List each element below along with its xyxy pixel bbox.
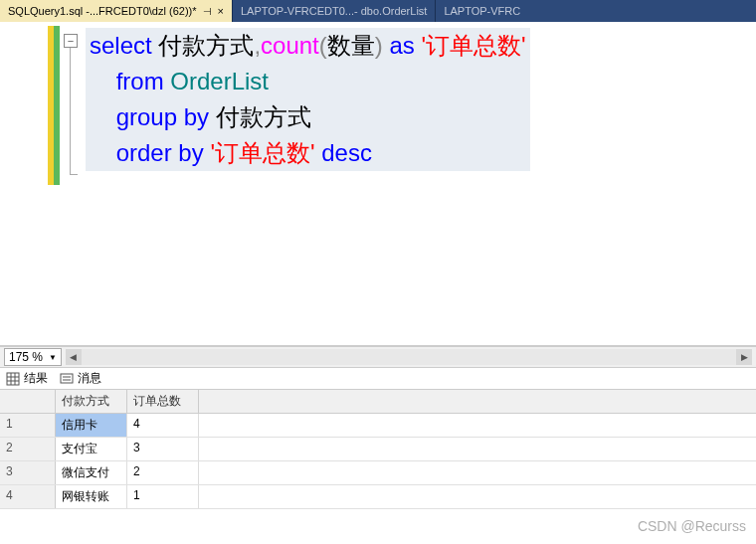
minus-icon: − [68, 35, 74, 47]
code-editor[interactable]: − select 付款方式,count(数量) as '订单总数' from O… [0, 22, 756, 346]
results-tab-bar: 结果 消息 [0, 368, 756, 390]
change-marker-green [54, 26, 60, 185]
tab-label: SQLQuery1.sql -...FRCEDT0\dzl (62))* [8, 5, 197, 17]
tab-label: LAPTOP-VFRCEDT0...- dbo.OrderList [241, 5, 427, 17]
close-icon[interactable]: × [218, 5, 224, 17]
table-row[interactable]: 4网银转账1 [0, 485, 756, 509]
gutter [0, 22, 48, 345]
zoom-dropdown[interactable]: 175 % ▼ [4, 348, 62, 366]
col-payment: 付款方式 [152, 32, 255, 59]
zoom-value: 175 % [9, 350, 43, 364]
cell-total[interactable]: 1 [127, 485, 199, 508]
results-label: 结果 [24, 370, 48, 387]
tab-orderlist[interactable]: LAPTOP-VFRCEDT0...- dbo.OrderList [233, 0, 435, 22]
header-payment[interactable]: 付款方式 [56, 390, 127, 413]
watermark: CSDN @Recurss [638, 518, 746, 534]
row-number[interactable]: 4 [0, 485, 56, 508]
code-block: select 付款方式,count(数量) as '订单总数' from Ord… [86, 28, 530, 171]
tab-label: LAPTOP-VFRC [444, 5, 520, 17]
collapse-guide [70, 48, 71, 175]
grid-header-row: 付款方式 订单总数 [0, 390, 756, 414]
kw-as: as [383, 32, 422, 59]
cell-total[interactable]: 2 [127, 461, 199, 484]
pin-icon[interactable]: ⊣ [203, 6, 212, 17]
table-row[interactable]: 3微信支付2 [0, 461, 756, 485]
cell-payment[interactable]: 微信支付 [56, 461, 127, 484]
messages-icon [60, 372, 74, 386]
code-line-4: order by '订单总数' desc [86, 135, 530, 171]
cell-payment[interactable]: 信用卡 [56, 414, 127, 437]
groupby-col: 付款方式 [216, 103, 311, 130]
lparen: ( [319, 32, 327, 59]
table-row[interactable]: 1信用卡4 [0, 414, 756, 438]
col-qty: 数量 [327, 32, 375, 59]
collapse-toggle[interactable]: − [64, 34, 78, 48]
cell-payment[interactable]: 网银转账 [56, 485, 127, 508]
cell-total[interactable]: 3 [127, 438, 199, 460]
tab-sqlquery[interactable]: SQLQuery1.sql -...FRCEDT0\dzl (62))* ⊣ × [0, 0, 232, 22]
chevron-down-icon: ▼ [49, 353, 57, 362]
row-number[interactable]: 1 [0, 414, 56, 437]
scroll-left-icon[interactable]: ◀ [66, 349, 82, 365]
orderby-alias: '订单总数' [210, 139, 314, 166]
results-grid: 付款方式 订单总数 1信用卡42支付宝33微信支付24网银转账1 [0, 390, 756, 509]
code-line-2: from OrderList [86, 64, 530, 99]
cell-payment[interactable]: 支付宝 [56, 438, 127, 460]
svg-rect-5 [61, 374, 73, 383]
zoom-bar: 175 % ▼ ◀ ▶ [0, 346, 756, 368]
svg-rect-0 [7, 373, 19, 385]
tab-results[interactable]: 结果 [6, 370, 48, 387]
alias-total: '订单总数' [421, 32, 525, 59]
kw-count: count [261, 32, 319, 59]
corner-cell[interactable] [0, 390, 56, 413]
header-total[interactable]: 订单总数 [127, 390, 199, 413]
kw-orderby: order by [116, 139, 211, 166]
horizontal-scrollbar[interactable]: ◀ ▶ [66, 349, 752, 365]
messages-label: 消息 [78, 370, 101, 387]
grid-body: 1信用卡42支付宝33微信支付24网银转账1 [0, 414, 756, 509]
table-name: OrderList [170, 68, 269, 94]
grid-icon [6, 372, 20, 386]
code-line-1: select 付款方式,count(数量) as '订单总数' [86, 28, 530, 64]
row-number[interactable]: 2 [0, 438, 56, 460]
kw-desc: desc [315, 139, 372, 166]
scroll-right-icon[interactable]: ▶ [736, 349, 752, 365]
kw-from: from [116, 68, 171, 94]
cell-total[interactable]: 4 [127, 414, 199, 437]
tab-bar: SQLQuery1.sql -...FRCEDT0\dzl (62))* ⊣ ×… [0, 0, 756, 22]
table-row[interactable]: 2支付宝3 [0, 438, 756, 461]
code-line-3: group by 付款方式 [86, 99, 530, 135]
kw-select: select [90, 32, 152, 59]
row-number[interactable]: 3 [0, 461, 56, 484]
tab-laptop[interactable]: LAPTOP-VFRC [436, 0, 528, 22]
rparen: ) [375, 32, 383, 59]
tab-messages[interactable]: 消息 [60, 370, 101, 387]
kw-groupby: group by [116, 103, 216, 130]
